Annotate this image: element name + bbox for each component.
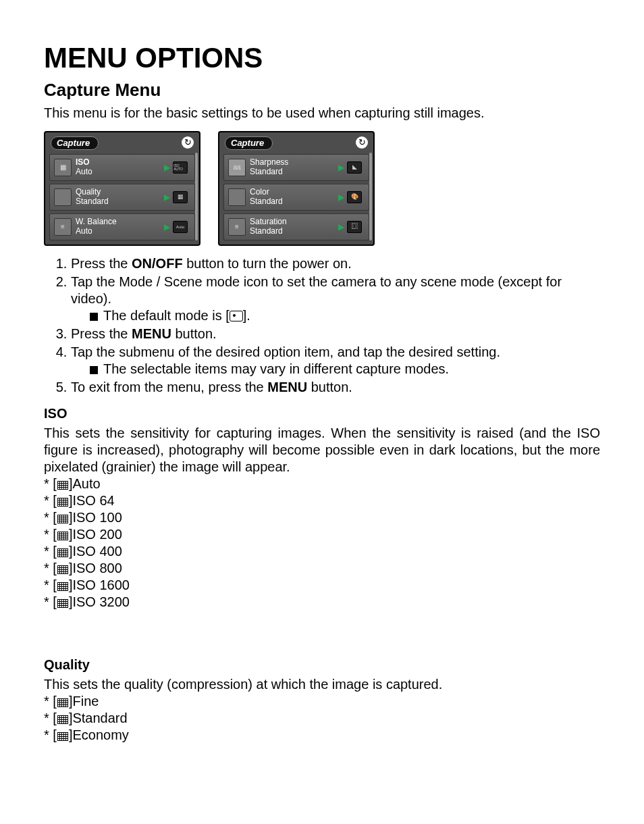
iso-64-icon: [57, 498, 68, 507]
iso-heading: ISO: [44, 405, 600, 422]
row-title: Quality: [76, 187, 101, 197]
step-text: Tap the submenu of the desired option it…: [71, 344, 500, 359]
value-icon: ISO AUTO: [173, 161, 188, 174]
scrollbar[interactable]: [369, 153, 372, 240]
bullet-icon: [90, 313, 98, 321]
row-title: Sharpness: [250, 157, 288, 167]
row-sub: Standard: [250, 167, 283, 176]
menu-row-wbalance[interactable]: ≡ W. BalanceAuto ▶ Auto: [49, 213, 195, 240]
row-sub: Auto: [76, 167, 92, 176]
value-icon: ◣: [347, 161, 362, 174]
tab-header: Capture: [225, 136, 273, 150]
camera-mode-icon: [230, 311, 243, 321]
tab-label[interactable]: Capture: [225, 136, 273, 150]
option-text: ISO 100: [72, 510, 122, 525]
iso-200-icon: [57, 532, 68, 540]
page-title: MENU OPTIONS: [44, 41, 600, 76]
menu-row-saturation[interactable]: ≡ SaturationStandard ▶ ⿴: [223, 213, 369, 240]
option-text: ISO 3200: [72, 594, 130, 609]
iso-400-icon: [57, 548, 68, 557]
iso-100-icon: [57, 515, 68, 523]
step-4: Tap the submenu of the desired option it…: [71, 344, 600, 378]
chevron-right-icon: ▶: [338, 192, 344, 203]
value-icon: 🎨: [347, 191, 362, 203]
step-2: Tap the Mode / Scene mode icon to set th…: [71, 274, 600, 324]
saturation-icon: ≡: [228, 218, 246, 236]
step-text: Press the: [71, 256, 132, 271]
quality-fine-icon: [57, 698, 68, 707]
wb-icon: ≡: [54, 218, 72, 236]
step-3: Press the MENU button.: [71, 326, 600, 342]
quality-standard-icon: [57, 715, 68, 724]
iso-800-icon: [57, 565, 68, 574]
option-text: Standard: [72, 711, 127, 725]
intro-text: This menu is for the basic settings to b…: [44, 105, 600, 122]
chevron-right-icon: ▶: [164, 192, 170, 203]
list-item: * []ISO 400: [44, 543, 600, 560]
step-text: Press the: [71, 326, 132, 341]
step-text: Tap the Mode / Scene mode icon to set th…: [71, 274, 562, 306]
quality-options: * []Fine * []Standard * []Economy: [44, 693, 600, 744]
chevron-right-icon: ▶: [338, 222, 344, 232]
list-item: * []Fine: [44, 693, 600, 710]
chevron-right-icon: ▶: [338, 163, 344, 173]
menu-row-color[interactable]: ColorStandard ▶ 🎨: [223, 184, 369, 211]
list-item: * []ISO 3200: [44, 594, 600, 611]
screenshot-group: Capture ↻ ▦ ISOAuto ▶ ISO AUTO QualitySt…: [44, 131, 600, 246]
capture-screen-1: Capture ↻ ▦ ISOAuto ▶ ISO AUTO QualitySt…: [44, 131, 200, 246]
section-title: Capture Menu: [44, 79, 600, 101]
step-sub-text: ].: [243, 308, 250, 323]
row-sub: Standard: [76, 197, 109, 206]
menu-row-quality[interactable]: QualityStandard ▶ ▦: [49, 184, 195, 211]
refresh-icon[interactable]: ↻: [356, 136, 368, 149]
option-text: ISO 800: [72, 561, 122, 575]
step-text: button to turn the power on.: [183, 256, 352, 271]
list-item: * []ISO 100: [44, 509, 600, 526]
menu-row-sharpness[interactable]: aa SharpnessStandard ▶ ◣: [223, 154, 369, 181]
step-sub-text: The selectable items may vary in differe…: [103, 361, 449, 376]
quality-heading: Quality: [44, 656, 600, 673]
iso-options: * []Auto * []ISO 64 * []ISO 100 * []ISO …: [44, 475, 600, 611]
option-text: Fine: [72, 694, 99, 709]
row-title: ISO: [76, 157, 90, 167]
chevron-right-icon: ▶: [164, 222, 170, 232]
step-text: button.: [171, 326, 217, 341]
sharpness-icon: aa: [228, 159, 246, 176]
row-title: Color: [250, 187, 269, 197]
menu-row-iso[interactable]: ▦ ISOAuto ▶ ISO AUTO: [49, 154, 195, 181]
bullet-icon: [90, 366, 98, 374]
steps-list: Press the ON/OFF button to turn the powe…: [44, 255, 600, 396]
list-item: * []Economy: [44, 727, 600, 744]
list-item: * []ISO 800: [44, 560, 600, 577]
refresh-icon[interactable]: ↻: [182, 136, 194, 149]
step-bold: MENU: [132, 326, 171, 341]
color-icon: [228, 188, 246, 206]
option-text: ISO 64: [72, 493, 114, 508]
step-sub-text: The default mode is [: [103, 308, 230, 323]
option-text: Auto: [72, 476, 100, 491]
quality-description: This sets the quality (compression) at w…: [44, 676, 600, 693]
list-item: * []ISO 64: [44, 492, 600, 509]
value-icon: ▦: [173, 191, 188, 203]
quality-economy-icon: [57, 732, 68, 741]
capture-screen-2: Capture ↻ aa SharpnessStandard ▶ ◣ Color…: [218, 131, 375, 246]
row-title: Saturation: [250, 217, 287, 226]
iso-icon: ▦: [54, 159, 72, 176]
tab-label[interactable]: Capture: [51, 136, 99, 150]
list-item: * []ISO 1600: [44, 577, 600, 594]
scrollbar[interactable]: [195, 153, 198, 240]
list-item: * []ISO 200: [44, 526, 600, 543]
option-text: ISO 200: [72, 527, 122, 542]
iso-3200-icon: [57, 599, 68, 608]
option-text: ISO 400: [72, 544, 122, 559]
row-sub: Auto: [76, 226, 92, 236]
list-item: * []Auto: [44, 475, 600, 492]
step-bold: MENU: [267, 380, 307, 394]
iso-auto-icon: [57, 481, 68, 490]
value-icon: ⿴: [347, 221, 362, 233]
quality-icon: [54, 188, 72, 206]
tab-header: Capture: [51, 136, 99, 150]
step-text: To exit from the menu, press the: [71, 380, 267, 394]
value-icon: Auto: [173, 221, 188, 233]
row-title: W. Balance: [76, 217, 117, 226]
